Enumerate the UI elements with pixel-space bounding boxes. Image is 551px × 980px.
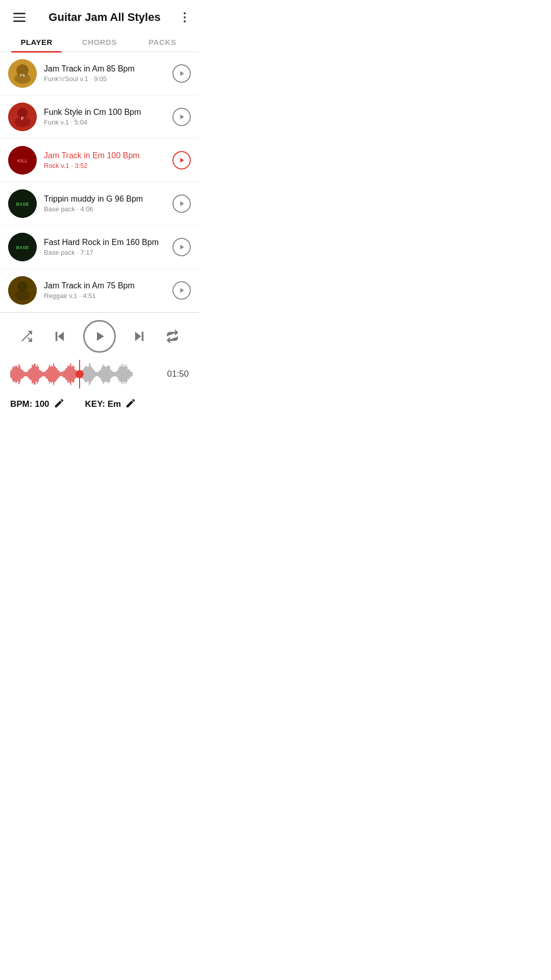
svg-marker-22 — [180, 288, 184, 292]
track-play-button[interactable] — [172, 238, 191, 256]
app-header: Guitar Jam All Styles — [0, 0, 199, 32]
player-bar: 01:50 BPM: 100 KEY: Em — [0, 312, 199, 416]
svg-text:FS: FS — [20, 73, 26, 78]
track-title: Funk Style in Cm 100 Bpm — [44, 108, 172, 117]
track-title: Fast Hard Rock in Em 160 Bpm — [44, 238, 172, 247]
track-meta: Reggae v.1 · 4:51 — [44, 292, 172, 300]
track-info: Jam Track in Am 75 Bpm Reggae v.1 · 4:51 — [44, 281, 172, 300]
shuffle-button[interactable] — [17, 327, 36, 346]
track-play-button[interactable] — [172, 108, 191, 126]
track-info: Trippin muddy in G 96 Bpm Base pack · 4:… — [44, 194, 172, 213]
track-play-button[interactable] — [172, 64, 191, 83]
waveform-section: 01:50 — [10, 360, 189, 388]
track-item[interactable]: Jam Track in Am 75 Bpm Reggae v.1 · 4:51 — [0, 269, 199, 312]
track-play-button[interactable] — [172, 151, 191, 169]
next-button[interactable] — [129, 326, 149, 347]
bpm-edit-button[interactable] — [54, 398, 65, 411]
svg-rect-29 — [142, 332, 144, 341]
track-thumbnail: BASE — [8, 189, 37, 218]
svg-marker-15 — [180, 201, 184, 206]
track-info: Jam Track in Am 85 Bpm Funk'n'Soul v.1 ·… — [44, 64, 172, 83]
svg-text:BASE: BASE — [16, 202, 29, 207]
track-thumbnail: KILL — [8, 146, 37, 175]
track-play-button[interactable] — [172, 194, 191, 213]
track-thumbnail: F — [8, 103, 37, 131]
track-item[interactable]: F Funk Style in Cm 100 Bpm Funk v.1 · 5:… — [0, 95, 199, 139]
track-title: Trippin muddy in G 96 Bpm — [44, 194, 172, 204]
track-params: BPM: 100 KEY: Em — [10, 396, 189, 411]
key-section: KEY: Em — [85, 398, 137, 411]
track-title: Jam Track in Am 75 Bpm — [44, 281, 172, 290]
track-item[interactable]: KILL Jam Track in Em 100 Bpm Rock v.1 · … — [0, 139, 199, 182]
tab-packs[interactable]: PACKS — [131, 32, 194, 52]
svg-marker-25 — [58, 332, 64, 341]
play-pause-button[interactable] — [83, 320, 116, 353]
track-title: Jam Track in Am 85 Bpm — [44, 64, 172, 74]
page-title: Guitar Jam All Styles — [48, 11, 160, 24]
track-thumbnail: FS — [8, 59, 37, 88]
key-edit-button[interactable] — [125, 398, 136, 411]
track-play-button[interactable] — [172, 281, 191, 300]
key-label: KEY: Em — [85, 399, 121, 409]
track-list: FS Jam Track in Am 85 Bpm Funk'n'Soul v.… — [0, 52, 199, 312]
svg-marker-28 — [135, 332, 141, 341]
svg-marker-4 — [180, 71, 184, 76]
waveform-canvas[interactable] — [10, 360, 158, 388]
bpm-label: BPM: 100 — [10, 399, 49, 409]
track-info: Fast Hard Rock in Em 160 Bpm Base pack ·… — [44, 238, 172, 256]
repeat-button[interactable] — [163, 327, 182, 346]
track-meta: Base pack · 4:06 — [44, 205, 172, 213]
svg-text:F: F — [21, 116, 24, 121]
track-thumbnail: BASE — [8, 233, 37, 261]
track-title: Jam Track in Em 100 Bpm — [44, 151, 172, 160]
track-meta: Base pack · 7:17 — [44, 249, 172, 256]
tab-chords[interactable]: CHORDS — [68, 32, 131, 52]
track-info: Jam Track in Em 100 Bpm Rock v.1 · 3:52 — [44, 151, 172, 169]
svg-marker-27 — [97, 332, 104, 341]
track-meta: Rock v.1 · 3:52 — [44, 162, 172, 169]
svg-text:BASE: BASE — [16, 245, 29, 250]
time-display: 01:50 — [164, 369, 189, 379]
track-meta: Funk'n'Soul v.1 · 9:05 — [44, 75, 172, 83]
track-item[interactable]: BASE Trippin muddy in G 96 Bpm Base pack… — [0, 182, 199, 226]
bpm-section: BPM: 100 — [10, 398, 65, 411]
tab-player[interactable]: PLAYER — [5, 32, 68, 52]
track-meta: Funk v.1 · 5:04 — [44, 118, 172, 126]
tab-bar: PLAYER CHORDS PACKS — [0, 32, 199, 52]
svg-rect-26 — [56, 332, 58, 341]
track-item[interactable]: BASE Fast Hard Rock in Em 160 Bpm Base p… — [0, 226, 199, 269]
more-options-button[interactable] — [181, 9, 189, 26]
track-info: Funk Style in Cm 100 Bpm Funk v.1 · 5:04 — [44, 108, 172, 126]
svg-point-21 — [15, 290, 30, 301]
menu-button[interactable] — [10, 10, 29, 25]
svg-marker-9 — [180, 114, 184, 119]
svg-marker-18 — [180, 244, 184, 249]
waveform[interactable] — [10, 360, 158, 388]
track-item[interactable]: FS Jam Track in Am 85 Bpm Funk'n'Soul v.… — [0, 52, 199, 95]
track-thumbnail — [8, 276, 37, 305]
playback-controls — [10, 320, 189, 353]
previous-button[interactable] — [49, 326, 70, 347]
svg-point-20 — [17, 281, 28, 291]
svg-marker-12 — [180, 158, 184, 162]
svg-text:KILL: KILL — [17, 158, 28, 163]
